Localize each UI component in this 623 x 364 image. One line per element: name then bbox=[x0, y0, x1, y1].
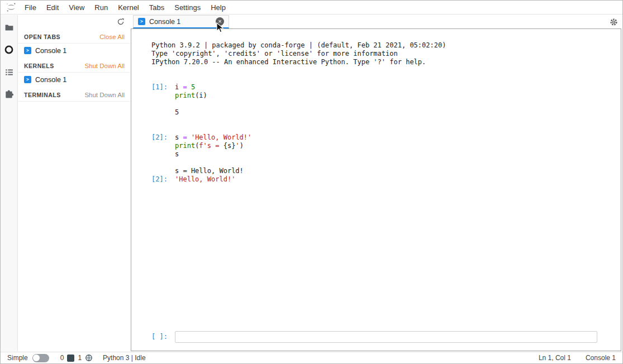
console-line: s = Hello, World! bbox=[151, 167, 621, 175]
menubar: FileEditViewRunKernelTabsSettingsHelp bbox=[1, 1, 622, 15]
section-header: OPEN TABSClose All bbox=[18, 31, 130, 44]
toggle-knob bbox=[33, 355, 40, 361]
close-all-action[interactable]: Close All bbox=[99, 33, 125, 40]
code-text: print(i) bbox=[175, 92, 207, 100]
refresh-icon[interactable] bbox=[117, 18, 125, 26]
input-prompt bbox=[151, 117, 175, 125]
input-prompt bbox=[151, 159, 175, 167]
shut-down-all-action[interactable]: Shut Down All bbox=[84, 92, 125, 98]
section-title: TERMINALS bbox=[24, 92, 61, 98]
main-area: > Console 1 × Python 3.9.2 | packaged by… bbox=[131, 15, 621, 351]
running-section: KERNELSShut Down All>Console 1 bbox=[18, 60, 130, 87]
running-item[interactable]: >Console 1 bbox=[18, 73, 130, 87]
console-line: [2]:s = 'Hello, World!' bbox=[151, 133, 621, 142]
section-header: KERNELSShut Down All bbox=[18, 60, 130, 73]
running-section: TERMINALSShut Down All bbox=[18, 89, 130, 102]
console-blank-line bbox=[151, 100, 621, 108]
tab-label: Console 1 bbox=[149, 18, 180, 26]
simple-mode-toggle[interactable] bbox=[32, 354, 49, 362]
menu-item-help[interactable]: Help bbox=[206, 3, 231, 12]
running-item-label: Console 1 bbox=[35, 76, 66, 84]
code-text: i = 5 bbox=[175, 83, 195, 92]
tab-bar: > Console 1 × bbox=[131, 15, 621, 28]
console-icon: > bbox=[138, 18, 145, 25]
extensions-icon[interactable] bbox=[3, 89, 15, 100]
console-input-row: [ ]: bbox=[151, 331, 597, 343]
running-item-label: Console 1 bbox=[35, 47, 66, 55]
running-section: OPEN TABSClose All>Console 1 bbox=[18, 31, 130, 58]
input-prompt bbox=[151, 150, 175, 159]
console-line: 5 bbox=[151, 108, 621, 117]
running-panel-sections: OPEN TABSClose All>Console 1KERNELSShut … bbox=[18, 31, 130, 102]
active-widget-label: Console 1 bbox=[586, 354, 616, 362]
console-blank-line bbox=[151, 159, 621, 167]
running-panel-toolbar bbox=[18, 15, 130, 28]
menu-item-settings[interactable]: Settings bbox=[169, 3, 206, 12]
input-prompt bbox=[151, 142, 175, 150]
code-text: s = 'Hello, World!' bbox=[175, 133, 251, 142]
console-blank-line bbox=[151, 125, 621, 133]
input-prompt bbox=[151, 108, 175, 117]
cursor-position[interactable]: Ln 1, Col 1 bbox=[539, 354, 571, 362]
input-prompt bbox=[151, 92, 175, 100]
statusbar-right: Ln 1, Col 1 Console 1 bbox=[539, 354, 616, 362]
status-bar: Simple 0 1 Python 3 | Idle Ln 1, Col 1 C… bbox=[1, 352, 622, 363]
shut-down-all-action[interactable]: Shut Down All bbox=[84, 63, 125, 69]
code-text: s bbox=[175, 150, 179, 159]
terminals-count: 0 bbox=[60, 354, 64, 362]
console-line: print(i) bbox=[151, 92, 621, 100]
input-prompt: [1]: bbox=[151, 83, 175, 92]
console-banner: Python 3.9.2 | packaged by conda-forge |… bbox=[151, 41, 621, 66]
banner-line: IPython 7.20.0 -- An enhanced Interactiv… bbox=[151, 58, 621, 66]
code-text: s = Hello, World! bbox=[175, 167, 244, 175]
jupyter-logo-icon bbox=[4, 2, 18, 13]
section-title: OPEN TABS bbox=[24, 33, 60, 40]
console-rows: [1]:i = 5 print(i) 5 [2]:s = 'Hello, Wor… bbox=[151, 83, 621, 184]
terminal-icon bbox=[67, 355, 74, 362]
menubar-items: FileEditViewRunKernelTabsSettingsHelp bbox=[20, 3, 231, 12]
menu-item-kernel[interactable]: Kernel bbox=[113, 3, 144, 12]
output-prompt: [2]: bbox=[151, 175, 175, 184]
kernel-icon bbox=[85, 354, 93, 362]
menu-item-edit[interactable]: Edit bbox=[41, 3, 64, 12]
section-title: KERNELS bbox=[24, 63, 54, 69]
console-input[interactable] bbox=[175, 331, 597, 343]
banner-line: Python 3.9.2 | packaged by conda-forge |… bbox=[151, 41, 621, 50]
menu-item-run[interactable]: Run bbox=[89, 3, 113, 12]
code-text: print(f's = {s}') bbox=[175, 142, 244, 150]
menu-item-tabs[interactable]: Tabs bbox=[144, 3, 169, 12]
console-line: [2]:'Hello, World!' bbox=[151, 175, 621, 184]
file-browser-icon[interactable] bbox=[3, 22, 15, 33]
console-icon: > bbox=[24, 47, 31, 54]
console-line: [1]:i = 5 bbox=[151, 83, 621, 92]
input-prompt bbox=[151, 167, 175, 175]
console-blank-line bbox=[151, 117, 621, 125]
tab-console-1[interactable]: > Console 1 × bbox=[133, 15, 229, 28]
simple-mode-label: Simple bbox=[7, 354, 28, 362]
kernels-count: 1 bbox=[78, 354, 82, 362]
kernel-status[interactable]: Python 3 | Idle bbox=[103, 354, 146, 362]
section-header: TERMINALSShut Down All bbox=[18, 89, 130, 102]
table-of-contents-icon[interactable] bbox=[3, 66, 15, 78]
running-sessions-status[interactable]: 0 1 bbox=[60, 354, 93, 362]
running-panel: OPEN TABSClose All>Console 1KERNELSShut … bbox=[18, 15, 130, 351]
console-line: s bbox=[151, 150, 621, 159]
tab-close-icon[interactable]: × bbox=[216, 17, 224, 26]
input-prompt bbox=[151, 125, 175, 133]
console-panel: Python 3.9.2 | packaged by conda-forge |… bbox=[131, 28, 621, 351]
input-prompt bbox=[151, 100, 175, 108]
menu-item-file[interactable]: File bbox=[20, 3, 41, 12]
console-icon: > bbox=[24, 76, 31, 83]
running-item[interactable]: >Console 1 bbox=[18, 44, 130, 58]
input-prompt: [2]: bbox=[151, 133, 175, 142]
running-sessions-icon[interactable] bbox=[3, 44, 15, 55]
banner-line: Type 'copyright', 'credits' or 'license'… bbox=[151, 50, 621, 58]
settings-gear-icon[interactable] bbox=[610, 18, 618, 26]
console-input-prompt: [ ]: bbox=[151, 333, 175, 341]
code-text: 'Hello, World!' bbox=[175, 175, 235, 184]
menu-item-view[interactable]: View bbox=[64, 3, 89, 12]
jupyterlab-window: FileEditViewRunKernelTabsSettingsHelp OP… bbox=[0, 0, 623, 364]
console-line: print(f's = {s}') bbox=[151, 142, 621, 150]
code-text: 5 bbox=[175, 108, 179, 117]
left-sidebar bbox=[1, 15, 18, 351]
